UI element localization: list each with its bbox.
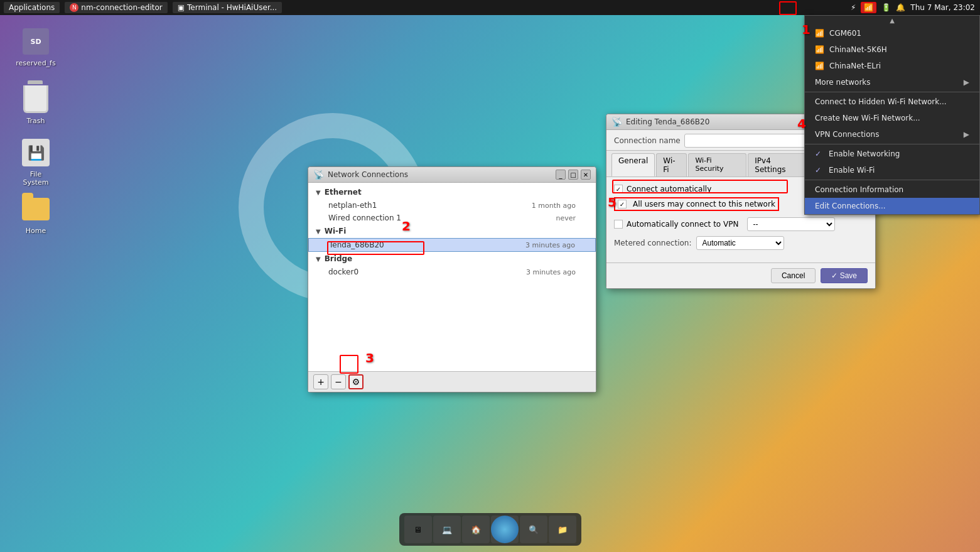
connect-auto-checkbox[interactable]: ✓ xyxy=(614,185,623,193)
connect-hidden-item[interactable]: Connect to Hidden Wi-Fi Network... xyxy=(805,94,979,110)
connections-list: ▼ Ethernet netplan-eth1 1 month ago Wire… xyxy=(308,183,596,371)
bottom-icon-screen[interactable]: 🖥 xyxy=(404,516,432,543)
conn-name-netplan: netplan-eth1 xyxy=(328,201,377,210)
desktop-icon-trash[interactable]: Trash xyxy=(14,82,58,127)
network-window-titlebar: 📡 Network Connections _ □ ✕ xyxy=(308,167,596,183)
bottom-icon-files[interactable]: 📁 xyxy=(549,516,576,543)
ethernet-label: Ethernet xyxy=(325,188,362,197)
more-networks-arrow: ▶ xyxy=(964,78,969,87)
edit-connections-item[interactable]: Edit Connections... xyxy=(805,198,979,214)
taskbar-right: ⚡ 📶 🔋 🔔 Thu 7 Mar, 23:02 xyxy=(851,2,980,13)
conn-time-netplan: 1 month ago xyxy=(532,202,576,210)
app1-icon: N xyxy=(70,3,78,12)
menu-separator-3 xyxy=(805,180,979,180)
metered-conn-row: Metered connection: Automatic xyxy=(614,236,868,250)
taskbar-app1[interactable]: N nm-connection-editor xyxy=(65,2,167,13)
taskbar-app2[interactable]: ▣ Terminal - HwHiAiUser... xyxy=(173,2,282,13)
all-users-checkbox[interactable]: ✓ xyxy=(618,200,627,208)
auto-vpn-row: Automatically connect to VPN -- xyxy=(614,217,868,231)
menu-top-arrow: ▲ xyxy=(805,16,979,25)
cancel-button[interactable]: Cancel xyxy=(771,268,816,283)
bridge-label: Bridge xyxy=(325,254,353,263)
desktop-icon-reserved-fs[interactable]: reserved_fs xyxy=(14,24,58,70)
home-icon xyxy=(21,194,51,224)
conn-time-tenda: 3 minutes ago xyxy=(525,241,575,249)
conn-item-docker[interactable]: docker0 3 minutes ago xyxy=(308,266,596,278)
wifi-network-chinanet-elri[interactable]: 📶 ChinaNet-ELri xyxy=(805,58,979,74)
bottom-icon-browser[interactable] xyxy=(491,516,519,543)
wifi-status-icon[interactable]: 📶 xyxy=(861,2,876,13)
ethernet-section-header: ▼ Ethernet xyxy=(308,185,596,199)
notification-icon: 🔔 xyxy=(896,3,905,12)
vpn-arrow: ▶ xyxy=(964,130,969,139)
connect-auto-label: Connect automatically xyxy=(627,185,711,193)
network-window-icon: 📡 xyxy=(313,170,324,180)
desktop-icon-home[interactable]: Home xyxy=(14,192,58,237)
bridge-arrow: ▼ xyxy=(316,256,321,262)
taskbar-left: Applications N nm-connection-editor ▣ Te… xyxy=(0,2,282,13)
create-new-wifi-label: Create New Wi-Fi Network... xyxy=(815,114,920,122)
bottom-icon-search[interactable]: 🔍 xyxy=(520,516,547,543)
metered-label: Metered connection: xyxy=(614,239,691,247)
settings-connection-btn[interactable]: ⚙ xyxy=(348,374,363,389)
auto-vpn-label: Automatically connect to VPN xyxy=(627,220,738,229)
connections-toolbar: + − ⚙ xyxy=(308,371,596,392)
battery-icon: 🔋 xyxy=(881,3,891,12)
remove-connection-btn[interactable]: − xyxy=(331,374,346,389)
conn-item-wired1[interactable]: Wired connection 1 never xyxy=(308,212,596,224)
enable-networking-check: ✓ xyxy=(815,149,821,158)
bottom-icon-home[interactable]: 🏠 xyxy=(462,516,490,543)
wifi-network-chinanet5k6h[interactable]: 📶 ChinaNet-5K6H xyxy=(805,41,979,58)
icon-label-reserved-fs: reserved_fs xyxy=(16,59,55,67)
wifi-label: Wi-Fi xyxy=(325,227,347,235)
icon-label-trash: Trash xyxy=(26,117,45,125)
conn-item-netplan[interactable]: netplan-eth1 1 month ago xyxy=(308,199,596,212)
more-networks-item[interactable]: More networks ▶ xyxy=(805,74,979,90)
icon-label-filesystem: File System xyxy=(16,170,55,187)
wifi-name-chinanet-elri: ChinaNet-ELri xyxy=(829,62,881,70)
network-window-title: Network Connections xyxy=(328,170,408,179)
conn-name-tenda: Tenda_686B20 xyxy=(329,241,384,249)
connection-info-label: Connection Information xyxy=(815,185,903,194)
tab-wifi-security[interactable]: Wi-Fi Security xyxy=(688,153,746,176)
wifi-name-cgm601: CGM601 xyxy=(829,29,861,38)
enable-networking-label: Enable Networking xyxy=(829,149,900,158)
window-maximize-btn[interactable]: □ xyxy=(568,170,578,180)
taskbar-top: Applications N nm-connection-editor ▣ Te… xyxy=(0,0,980,15)
tab-ipv4[interactable]: IPv4 Settings xyxy=(748,153,808,176)
connection-info-item[interactable]: Connection Information xyxy=(805,181,979,198)
bottom-icon-terminal[interactable]: 💻 xyxy=(433,516,461,543)
applications-menu[interactable]: Applications xyxy=(4,2,60,13)
add-connection-btn[interactable]: + xyxy=(313,374,328,389)
sd-card-icon xyxy=(21,26,51,57)
filesystem-icon: 💾 xyxy=(21,138,51,168)
conn-time-docker: 3 minutes ago xyxy=(526,268,576,276)
bluetooth-icon[interactable]: ⚡ xyxy=(851,3,856,12)
all-users-row: ✓ All users may connect to this network xyxy=(614,197,779,211)
vpn-select[interactable]: -- xyxy=(747,217,835,231)
desktop-icon-filesystem[interactable]: 💾 File System xyxy=(14,135,58,189)
applications-label: Applications xyxy=(9,3,55,12)
annotation-1: 1 xyxy=(802,22,810,37)
conn-item-tenda[interactable]: Tenda_686B20 3 minutes ago xyxy=(308,238,596,252)
trash-icon xyxy=(21,84,51,114)
vpn-connections-item[interactable]: VPN Connections ▶ xyxy=(805,126,979,143)
network-connections-window: 📡 Network Connections _ □ ✕ ▼ Ethernet n… xyxy=(308,166,596,392)
enable-wifi-item[interactable]: ✓ Enable Wi-Fi xyxy=(805,162,979,178)
edit-window-icon: 📡 xyxy=(611,117,622,127)
auto-vpn-checkbox[interactable] xyxy=(614,220,623,229)
tab-general[interactable]: General xyxy=(611,153,655,176)
enable-networking-item[interactable]: ✓ Enable Networking xyxy=(805,146,979,162)
all-users-label: All users may connect to this network xyxy=(633,200,775,208)
create-new-wifi-item[interactable]: Create New Wi-Fi Network... xyxy=(805,110,979,126)
window-minimize-btn[interactable]: _ xyxy=(556,170,566,180)
save-button[interactable]: ✓ Save xyxy=(821,268,868,283)
more-networks-label: More networks xyxy=(815,78,871,87)
wifi-dropdown-menu: ▲ 📶 CGM601 📶 ChinaNet-5K6H 📶 ChinaNet-EL… xyxy=(804,15,980,215)
wifi-network-cgm601[interactable]: 📶 CGM601 xyxy=(805,25,979,41)
metered-select[interactable]: Automatic xyxy=(696,236,784,250)
window-close-btn[interactable]: ✕ xyxy=(581,170,591,180)
annotation-5: 5 xyxy=(608,195,617,210)
wifi-section-header: ▼ Wi-Fi xyxy=(308,224,596,238)
tab-wifi[interactable]: Wi-Fi xyxy=(656,153,687,176)
